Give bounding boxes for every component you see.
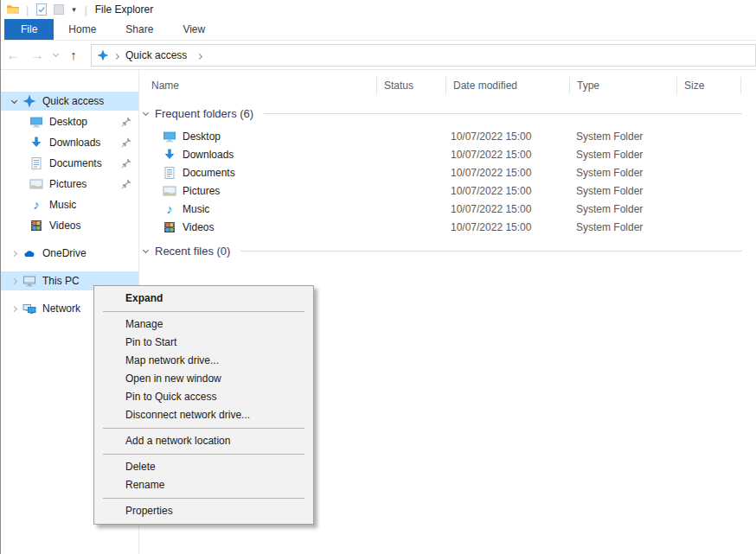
- tab-home[interactable]: Home: [54, 19, 111, 40]
- sidebar-item-pictures[interactable]: Pictures: [1, 175, 138, 194]
- downloads-icon: [29, 136, 43, 150]
- sidebar-item-label: Desktop: [49, 116, 87, 128]
- breadcrumb-segment[interactable]: Quick access: [120, 49, 192, 61]
- menu-item-expand[interactable]: Expand: [94, 290, 313, 308]
- sidebar-item-videos[interactable]: Videos: [1, 216, 138, 235]
- group-header-recent-files[interactable]: Recent files (0): [144, 241, 742, 260]
- this-pc-icon: [22, 274, 36, 288]
- forward-button[interactable]: →: [25, 48, 49, 62]
- file-date-modified: 10/07/2022 15:00: [445, 131, 569, 143]
- file-type: System Folder: [569, 149, 676, 161]
- sidebar-item-quick-access[interactable]: Quick access: [1, 92, 138, 111]
- file-row-desktop[interactable]: Desktop 10/07/2022 15:00 System Folder: [139, 127, 756, 145]
- file-explorer-window: { "window": { "title": "File Explorer" }…: [0, 0, 756, 554]
- menu-item-disconnect-network-drive[interactable]: Disconnect network drive...: [94, 406, 313, 424]
- file-row-documents[interactable]: Documents 10/07/2022 15:00 System Folder: [139, 163, 756, 181]
- file-date-modified: 10/07/2022 15:00: [445, 167, 569, 179]
- sidebar-item-onedrive[interactable]: OneDrive: [1, 244, 138, 263]
- pictures-icon: [163, 184, 176, 198]
- qat-separator: |: [26, 3, 29, 16]
- column-headers: Name Status Date modified Type Size: [139, 76, 756, 95]
- group-collapse-icon[interactable]: [143, 246, 149, 252]
- file-type: System Folder: [569, 221, 676, 233]
- sidebar-item-label: Downloads: [49, 137, 100, 149]
- menu-item-properties[interactable]: Properties: [94, 502, 313, 520]
- tab-file[interactable]: File: [4, 19, 54, 40]
- frequent-folders-list: Desktop 10/07/2022 15:00 System Folder D…: [139, 127, 756, 236]
- qat-properties-button[interactable]: [33, 2, 50, 17]
- column-header-date-modified[interactable]: Date modified: [445, 77, 569, 94]
- address-bar[interactable]: Quick access: [91, 44, 756, 67]
- videos-icon: [29, 219, 43, 232]
- sidebar-item-desktop[interactable]: Desktop: [1, 112, 138, 131]
- tab-view[interactable]: View: [168, 19, 220, 40]
- pin-icon[interactable]: [120, 116, 132, 131]
- up-button[interactable]: ↑: [61, 48, 86, 62]
- column-header-size[interactable]: Size: [676, 77, 741, 94]
- quick-access-icon: [97, 49, 109, 61]
- menu-separator: [103, 454, 304, 455]
- desktop-icon: [29, 115, 43, 129]
- column-header-name[interactable]: Name: [139, 77, 376, 94]
- music-icon: ♪: [29, 198, 43, 212]
- file-name: Pictures: [183, 185, 220, 197]
- context-menu: Expand Manage Pin to Start Map network d…: [93, 285, 314, 525]
- qat-new-folder-button[interactable]: [50, 2, 67, 17]
- file-type: System Folder: [569, 131, 676, 143]
- title-bar: | ▾ | File Explorer: [1, 0, 756, 19]
- breadcrumb-chevron-icon: [113, 53, 119, 59]
- pin-icon[interactable]: [120, 157, 132, 172]
- file-row-music[interactable]: ♪ Music 10/07/2022 15:00 System Folder: [139, 200, 756, 218]
- pictures-icon: [29, 177, 43, 191]
- column-header-status[interactable]: Status: [376, 77, 445, 94]
- menu-separator: [103, 311, 304, 312]
- quick-access-icon: [22, 94, 36, 108]
- menu-item-pin-to-start[interactable]: Pin to Start: [94, 334, 313, 352]
- qat-separator: |: [84, 3, 86, 16]
- pin-icon[interactable]: [120, 137, 132, 151]
- column-header-type[interactable]: Type: [569, 77, 676, 94]
- pin-icon[interactable]: [120, 178, 132, 193]
- sidebar-item-documents[interactable]: Documents: [1, 154, 138, 173]
- file-name: Documents: [183, 167, 235, 179]
- chevron-collapsed-icon[interactable]: [10, 250, 16, 256]
- menu-item-map-network-drive[interactable]: Map network drive...: [94, 352, 313, 370]
- menu-item-rename[interactable]: Rename: [94, 476, 313, 494]
- file-date-modified: 10/07/2022 15:00: [445, 185, 569, 197]
- chevron-collapsed-icon[interactable]: [10, 305, 16, 311]
- menu-item-pin-to-quick-access[interactable]: Pin to Quick access: [94, 388, 313, 406]
- sidebar-item-label: This PC: [42, 275, 80, 287]
- group-rule: [240, 251, 742, 252]
- sidebar-item-label: Documents: [49, 157, 102, 169]
- sidebar-item-label: Network: [42, 302, 80, 315]
- menu-item-delete[interactable]: Delete: [94, 458, 313, 476]
- menu-item-open-in-new-window[interactable]: Open in new window: [94, 370, 313, 388]
- sidebar-item-downloads[interactable]: Downloads: [1, 133, 138, 152]
- file-row-pictures[interactable]: Pictures 10/07/2022 15:00 System Folder: [139, 181, 756, 200]
- navigation-bar: ← → ↑ Quick access: [1, 41, 756, 70]
- group-collapse-icon[interactable]: [143, 109, 149, 115]
- file-date-modified: 10/07/2022 15:00: [445, 203, 569, 215]
- menu-item-manage[interactable]: Manage: [94, 315, 313, 334]
- recent-locations-dropdown[interactable]: [49, 54, 61, 56]
- file-name: Downloads: [183, 149, 234, 161]
- breadcrumb-chevron-icon[interactable]: [196, 53, 202, 59]
- music-icon: ♪: [163, 202, 176, 216]
- chevron-expanded-icon[interactable]: [10, 97, 16, 103]
- qat-customize-dropdown[interactable]: ▾: [67, 5, 80, 14]
- file-row-videos[interactable]: Videos 10/07/2022 15:00 System Folder: [139, 218, 756, 236]
- desktop-icon: [163, 130, 176, 143]
- tab-share[interactable]: Share: [111, 19, 168, 40]
- menu-item-add-network-location[interactable]: Add a network location: [94, 432, 313, 450]
- sidebar-item-music[interactable]: ♪ Music: [1, 195, 138, 214]
- back-button[interactable]: ←: [1, 48, 25, 62]
- group-header-frequent-folders[interactable]: Frequent folders (6): [144, 104, 742, 123]
- downloads-icon: [163, 148, 176, 162]
- group-rule: [264, 113, 742, 114]
- network-icon: [22, 302, 36, 315]
- file-date-modified: 10/07/2022 15:00: [445, 149, 569, 161]
- file-type: System Folder: [569, 203, 676, 215]
- chevron-collapsed-icon[interactable]: [10, 277, 16, 283]
- file-row-downloads[interactable]: Downloads 10/07/2022 15:00 System Folder: [139, 145, 756, 163]
- onedrive-icon: [22, 246, 36, 260]
